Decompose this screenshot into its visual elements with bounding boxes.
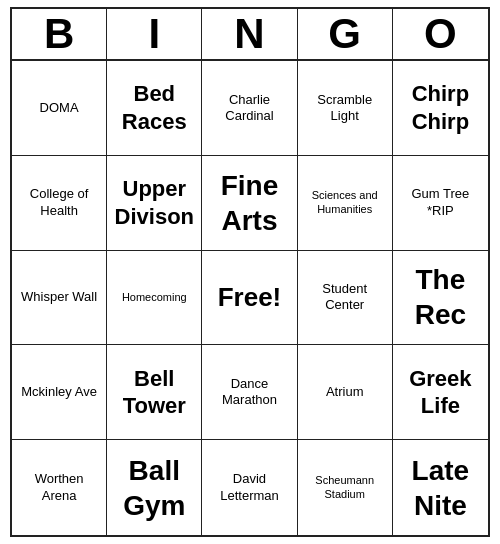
grid-cell: Charlie Cardinal xyxy=(202,61,297,156)
grid-cell: Late Nite xyxy=(393,440,488,535)
cell-text: Bed Races xyxy=(111,80,197,135)
grid-cell: Free! xyxy=(202,251,297,346)
cell-text: Chirp Chirp xyxy=(397,80,484,135)
grid-cell: Upper Divison xyxy=(107,156,202,251)
cell-text: Gum Tree *RIP xyxy=(397,186,484,219)
cell-text: Dance Marathon xyxy=(206,376,292,409)
cell-text: Homecoming xyxy=(122,291,187,305)
grid-cell: Student Center xyxy=(298,251,393,346)
cell-text: Scheumann Stadium xyxy=(302,474,388,502)
grid-cell: Bell Tower xyxy=(107,345,202,440)
cell-text: The Rec xyxy=(397,262,484,332)
grid-cell: Greek Life xyxy=(393,345,488,440)
grid-cell: Dance Marathon xyxy=(202,345,297,440)
cell-text: DOMA xyxy=(40,100,79,116)
grid-cell: Scheumann Stadium xyxy=(298,440,393,535)
cell-text: Charlie Cardinal xyxy=(206,92,292,125)
cell-text: Atrium xyxy=(326,384,364,400)
header-letter: O xyxy=(393,9,488,59)
bingo-card: BINGO DOMABed RacesCharlie CardinalScram… xyxy=(10,7,490,537)
grid-cell: David Letterman xyxy=(202,440,297,535)
grid-cell: Fine Arts xyxy=(202,156,297,251)
cell-text: Student Center xyxy=(302,281,388,314)
cell-text: Ball Gym xyxy=(111,453,197,523)
header-letter: B xyxy=(12,9,107,59)
grid-cell: Homecoming xyxy=(107,251,202,346)
header-letter: I xyxy=(107,9,202,59)
grid-cell: Sciences and Humanities xyxy=(298,156,393,251)
cell-text: Free! xyxy=(218,281,282,314)
grid-cell: Ball Gym xyxy=(107,440,202,535)
cell-text: Upper Divison xyxy=(111,175,197,230)
cell-text: Fine Arts xyxy=(206,168,292,238)
cell-text: Scramble Light xyxy=(302,92,388,125)
bingo-header: BINGO xyxy=(12,9,488,61)
grid-cell: Mckinley Ave xyxy=(12,345,107,440)
grid-cell: College of Health xyxy=(12,156,107,251)
grid-cell: Worthen Arena xyxy=(12,440,107,535)
cell-text: David Letterman xyxy=(206,471,292,504)
cell-text: Bell Tower xyxy=(111,365,197,420)
grid-cell: Atrium xyxy=(298,345,393,440)
cell-text: Late Nite xyxy=(397,453,484,523)
cell-text: Sciences and Humanities xyxy=(302,189,388,217)
header-letter: N xyxy=(202,9,297,59)
bingo-grid: DOMABed RacesCharlie CardinalScramble Li… xyxy=(12,61,488,535)
grid-cell: Chirp Chirp xyxy=(393,61,488,156)
grid-cell: Whisper Wall xyxy=(12,251,107,346)
grid-cell: Gum Tree *RIP xyxy=(393,156,488,251)
grid-cell: Bed Races xyxy=(107,61,202,156)
cell-text: Mckinley Ave xyxy=(21,384,97,400)
cell-text: Whisper Wall xyxy=(21,289,97,305)
grid-cell: DOMA xyxy=(12,61,107,156)
cell-text: Worthen Arena xyxy=(16,471,102,504)
cell-text: College of Health xyxy=(16,186,102,219)
cell-text: Greek Life xyxy=(397,365,484,420)
grid-cell: The Rec xyxy=(393,251,488,346)
header-letter: G xyxy=(298,9,393,59)
grid-cell: Scramble Light xyxy=(298,61,393,156)
